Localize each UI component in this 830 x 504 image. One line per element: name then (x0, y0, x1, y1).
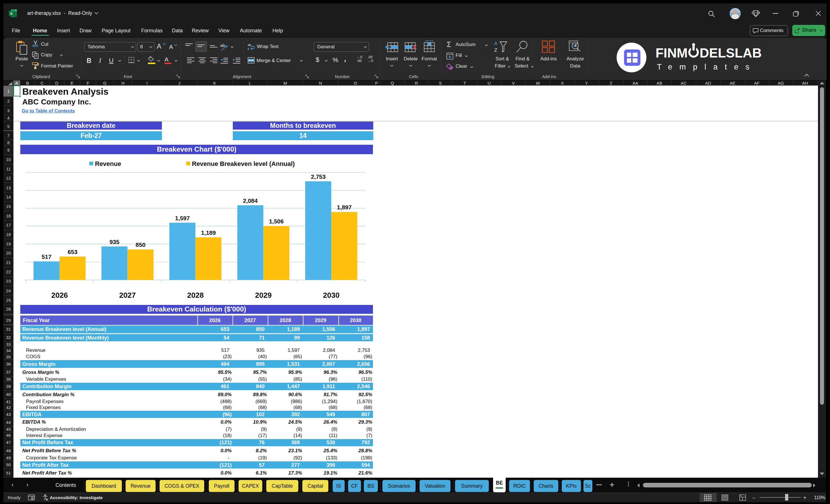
svg-text:2027: 2027 (119, 291, 136, 300)
svg-text:1,897: 1,897 (337, 204, 352, 211)
svg-text:2026: 2026 (51, 291, 68, 300)
svg-text:1,506: 1,506 (269, 218, 284, 224)
svg-text:935: 935 (109, 239, 119, 245)
svg-text:2,084: 2,084 (243, 197, 258, 204)
svg-text:Revenue Breakeven level (Annua: Revenue Breakeven level (Annual) (192, 160, 295, 167)
svg-text:2029: 2029 (255, 291, 272, 300)
svg-text:850: 850 (135, 242, 145, 248)
svg-text:1,597: 1,597 (175, 215, 190, 221)
svg-text:Revenue: Revenue (95, 160, 121, 167)
svg-text:2030: 2030 (323, 291, 340, 300)
svg-text:2,753: 2,753 (311, 174, 325, 180)
svg-text:1,189: 1,189 (201, 229, 216, 236)
svg-text:653: 653 (68, 249, 77, 255)
svg-text:2028: 2028 (187, 291, 204, 300)
svg-text:517: 517 (42, 253, 52, 260)
